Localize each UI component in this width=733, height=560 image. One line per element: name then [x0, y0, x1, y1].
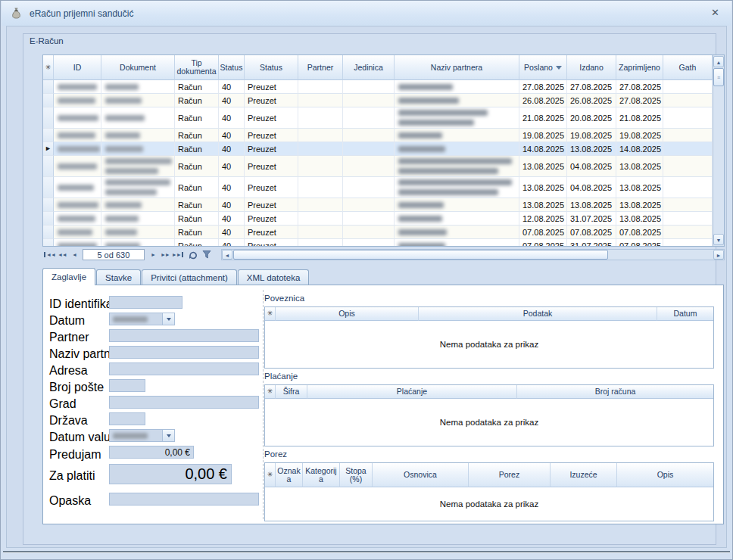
poveznica-title: Poveznica [264, 294, 304, 303]
scroll-up-icon[interactable]: ▲ [713, 56, 724, 67]
redacted-text [105, 179, 170, 185]
table-row[interactable]: Račun40Preuzet26.08.202526.08.202527.08.… [43, 94, 713, 107]
row-indicator-header: ✳ [265, 385, 276, 399]
datum-dropdown-button[interactable] [162, 313, 175, 325]
redacted-text [105, 132, 140, 138]
invoice-grid: ✳ ID Dokument Tip dokumenta Status Statu… [42, 54, 725, 247]
tab-zaglavlje[interactable]: Zaglavlje [42, 268, 95, 285]
row-indicator-header: ✳ [43, 55, 54, 80]
column-header-podatak[interactable]: Podatak [419, 307, 657, 321]
redacted-text [105, 146, 143, 152]
tab-privitci[interactable]: Privitci (attachment) [142, 269, 237, 285]
tab-stavke[interactable]: Stavke [96, 269, 141, 285]
poveznica-grid: ✳ Opis Podatak Datum Nema podataka za pr… [264, 306, 714, 369]
drzava-field[interactable] [109, 412, 145, 425]
grad-field[interactable] [109, 396, 259, 409]
current-row-indicator-icon: ► [45, 145, 51, 152]
redacted-text [398, 158, 512, 164]
table-row[interactable]: Račun40Preuzet21.08.202520.08.202521.08.… [43, 107, 713, 129]
chevron-down-icon [167, 318, 171, 321]
money-bag-icon [10, 7, 23, 20]
refresh-icon[interactable] [188, 250, 198, 260]
record-counter[interactable]: 5 od 630 [83, 249, 145, 260]
column-header-jedinica[interactable]: Jedinica [343, 55, 395, 80]
broj-poste-field[interactable] [109, 379, 145, 392]
column-header-gath[interactable]: Gath [663, 55, 713, 80]
scroll-down-icon[interactable]: ▼ [713, 234, 724, 245]
grid-horizontal-scrollbar[interactable]: ◄ ► [221, 249, 725, 260]
redacted-text [105, 229, 137, 235]
column-header-sifra[interactable]: Šifra [276, 385, 307, 399]
nav-prev-page-button[interactable]: ◄◄ [56, 249, 68, 260]
column-header-tip-dokumenta[interactable]: Tip dokumenta [175, 55, 219, 80]
column-header-kategorija[interactable]: Kategorija [303, 463, 340, 487]
column-header-status-code[interactable]: Status [219, 55, 245, 80]
column-header-datum[interactable]: Datum [657, 307, 713, 321]
table-row[interactable]: Račun40Preuzet13.08.202513.08.202513.08.… [43, 198, 713, 212]
horizontal-scroll-track[interactable] [232, 250, 713, 260]
column-header-izdano[interactable]: Izdano [567, 55, 616, 80]
za-platiti-field[interactable]: 0,00 € [109, 464, 232, 484]
scroll-right-icon[interactable]: ► [713, 250, 724, 260]
table-row[interactable]: Račun40Preuzet13.08.202504.08.202513.08.… [43, 177, 713, 198]
nav-next-page-button[interactable]: ►► [159, 249, 171, 260]
column-header-osnovica[interactable]: Osnovica [373, 463, 469, 487]
datum-valute-dropdown-button[interactable] [162, 429, 175, 442]
nav-first-button[interactable]: ◄◄ [42, 249, 56, 260]
predujam-field[interactable]: 0,00 € [109, 446, 194, 459]
table-row[interactable]: Račun40Preuzet07.08.202531.07.202507.08.… [43, 239, 713, 246]
column-header-partner[interactable]: Partner [298, 55, 343, 80]
column-header-zaprimljeno[interactable]: Zaprimljeno [616, 55, 663, 80]
grid-header-row: ✳ ID Dokument Tip dokumenta Status Statu… [43, 55, 713, 80]
naziv-partnera-field[interactable] [109, 346, 259, 359]
datum-valute-field[interactable] [109, 429, 175, 442]
redacted-text [105, 158, 172, 164]
column-header-opis[interactable]: Opis [276, 307, 419, 321]
broj-poste-label: Broj pošte [49, 381, 104, 394]
horizontal-scroll-thumb[interactable] [233, 250, 608, 260]
scroll-left-icon[interactable]: ◄ [222, 250, 232, 260]
id-identifikator-field[interactable] [109, 296, 182, 309]
porez-title: Porez [264, 450, 287, 459]
grad-label: Grad [49, 397, 76, 411]
column-header-status[interactable]: Status [245, 55, 298, 80]
vertical-scroll-thumb[interactable]: ≡ [713, 68, 724, 86]
column-header-stopa[interactable]: Stopa (%) [340, 463, 373, 487]
column-header-opis[interactable]: Opis [617, 463, 713, 487]
asterisk-icon: ✳ [45, 64, 51, 72]
column-header-poslano[interactable]: Poslano [519, 55, 567, 80]
column-header-dokument[interactable]: Dokument [101, 55, 175, 80]
nav-last-button[interactable]: ►► [171, 249, 185, 260]
drzava-label: Država [49, 414, 88, 428]
filter-icon[interactable] [201, 250, 212, 260]
nav-prev-button[interactable]: ◄ [68, 249, 80, 260]
redacted-text [58, 202, 98, 208]
datum-field[interactable] [109, 313, 175, 325]
nav-next-button[interactable]: ► [147, 249, 159, 260]
column-header-naziv-partnera[interactable]: Naziv partnera [395, 55, 519, 80]
column-header-placanje[interactable]: Plaćanje [307, 385, 517, 399]
adresa-field[interactable] [109, 362, 259, 375]
table-row[interactable]: Račun40Preuzet13.08.202504.08.202513.08.… [43, 156, 713, 177]
opaska-field[interactable] [109, 493, 259, 506]
redacted-text [58, 163, 97, 170]
column-header-oznaka[interactable]: Oznaka [276, 463, 303, 487]
tab-xml-datoteka[interactable]: XML datoteka [238, 269, 310, 285]
redacted-text [58, 115, 98, 121]
column-header-id[interactable]: ID [54, 55, 101, 80]
table-row[interactable]: Račun40Preuzet27.08.202527.08.202527.08.… [43, 80, 713, 94]
client-area: E-Račun ✳ ID Dokument Tip dokumenta Stat… [6, 26, 727, 548]
column-header-broj-racuna[interactable]: Broj računa [517, 385, 713, 399]
column-header-izuzece[interactable]: Izuzeće [551, 463, 617, 487]
partner-field[interactable] [109, 329, 259, 342]
close-button[interactable]: ✕ [711, 7, 719, 18]
redacted-text [398, 202, 444, 208]
table-row[interactable]: Račun40Preuzet07.08.202507.08.202507.08.… [43, 226, 713, 239]
form-panel-splitter[interactable] [263, 290, 264, 519]
table-row[interactable]: ►Račun40Preuzet14.08.202513.08.202514.08… [43, 142, 713, 156]
table-row[interactable]: Račun40Preuzet19.08.202519.08.202519.08.… [43, 129, 713, 142]
grid-vertical-scrollbar[interactable]: ▲ ≡ ▼ [713, 55, 724, 246]
record-navigator: ◄◄ ◄◄ ◄ 5 od 630 ► ►► ►► ◄ [42, 248, 725, 261]
column-header-porez[interactable]: Porez [469, 463, 551, 487]
table-row[interactable]: Račun40Preuzet12.08.202531.07.202513.08.… [43, 212, 713, 226]
